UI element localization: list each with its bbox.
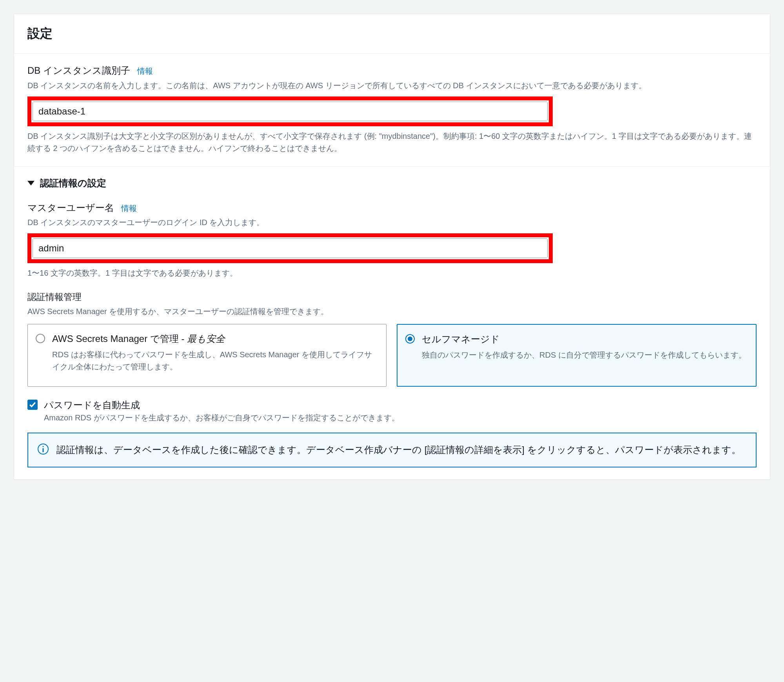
radio-secrets-title-b: 最も安全: [187, 333, 225, 344]
db-identifier-hint: DB インスタンス識別子は大文字と小文字の区別がありませんが、すべて小文字で保存…: [27, 130, 757, 155]
db-identifier-highlight: [27, 96, 553, 126]
credentials-management-desc: AWS Secrets Manager を使用するか、マスターユーザーの認証情報…: [27, 306, 757, 318]
panel-header: 設定: [14, 14, 770, 54]
credentials-header-label: 認証情報の設定: [40, 177, 106, 189]
autogen-password-checkbox-row[interactable]: パスワードを自動生成 Amazon RDS がパスワードを生成するか、お客様がご…: [27, 398, 757, 423]
autogen-password-desc: Amazon RDS がパスワードを生成するか、お客様がご自身でパスワードを指定…: [44, 413, 399, 423]
master-user-hint: 1〜16 文字の英数字。1 字目は文字である必要があります。: [27, 267, 757, 279]
radio-secrets-manager[interactable]: AWS Secrets Manager で管理 - 最も安全 RDS はお客様に…: [27, 324, 387, 387]
credentials-management-radio-group: AWS Secrets Manager で管理 - 最も安全 RDS はお客様に…: [27, 324, 757, 387]
db-identifier-label-row: DB インスタンス識別子 情報: [27, 64, 757, 77]
radio-secrets-desc: RDS はお客様に代わってパスワードを生成し、AWS Secrets Manag…: [52, 349, 378, 373]
db-identifier-section: DB インスタンス識別子 情報 DB インスタンスの名前を入力します。この名前は…: [14, 54, 770, 167]
credentials-info-alert: 認証情報は、データベースを作成した後に確認できます。データベース作成バナーの […: [27, 433, 757, 467]
checkbox-checked-icon: [27, 400, 38, 410]
db-identifier-info-link[interactable]: 情報: [137, 67, 153, 75]
radio-secrets-title-a: AWS Secrets Manager で管理 -: [52, 333, 187, 344]
credentials-collapse-toggle[interactable]: 認証情報の設定: [27, 177, 757, 189]
credentials-management-field: 認証情報管理 AWS Secrets Manager を使用するか、マスターユー…: [27, 291, 757, 387]
radio-self-managed[interactable]: セルフマネージド 独自のパスワードを作成するか、RDS に自分で管理するパスワー…: [397, 324, 757, 387]
master-user-desc: DB インスタンスのマスターユーザーのログイン ID を入力します。: [27, 216, 757, 229]
autogen-password-label: パスワードを自動生成: [44, 398, 399, 412]
db-identifier-desc: DB インスタンスの名前を入力します。この名前は、AWS アカウントが現在の A…: [27, 80, 757, 92]
credentials-management-title: 認証情報管理: [27, 291, 757, 303]
master-user-label: マスターユーザー名: [27, 202, 114, 213]
master-user-field: マスターユーザー名 情報 DB インスタンスのマスターユーザーのログイン ID …: [27, 201, 757, 280]
info-icon: [38, 444, 49, 455]
db-identifier-label: DB インスタンス識別子: [27, 65, 130, 76]
master-user-highlight: [27, 233, 553, 263]
master-user-input[interactable]: [33, 239, 547, 258]
caret-down-icon: [27, 181, 34, 186]
radio-self-desc: 独自のパスワードを作成するか、RDS に自分で管理するパスワードを作成してもらい…: [422, 349, 748, 361]
master-user-info-link[interactable]: 情報: [121, 204, 137, 213]
credentials-section: 認証情報の設定 マスターユーザー名 情報 DB インスタンスのマスターユーザーの…: [14, 167, 770, 479]
credentials-info-alert-text: 認証情報は、データベースを作成した後に確認できます。データベース作成バナーの […: [56, 442, 741, 458]
radio-self-title: セルフマネージド: [422, 333, 748, 346]
settings-panel: 設定 DB インスタンス識別子 情報 DB インスタンスの名前を入力します。この…: [14, 14, 770, 480]
radio-icon: [36, 334, 45, 343]
panel-title: 設定: [27, 25, 757, 42]
db-identifier-input[interactable]: [33, 102, 547, 121]
radio-icon: [405, 334, 415, 344]
